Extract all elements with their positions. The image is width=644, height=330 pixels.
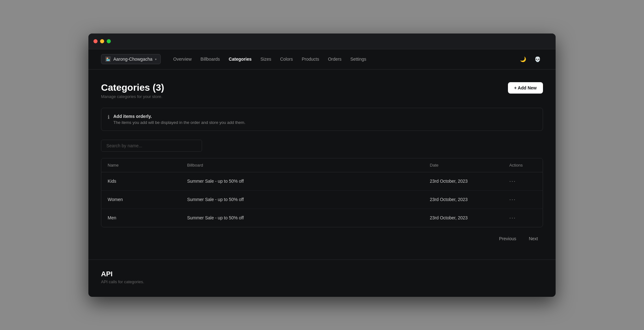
table-body: Kids Summer Sale - up to 50% off 23rd Oc… — [101, 172, 543, 227]
nav-link-overview[interactable]: Overview — [170, 55, 195, 64]
cell-actions: ··· — [503, 172, 543, 190]
cell-billboard: Summer Sale - up to 50% off — [181, 209, 424, 227]
user-menu-button[interactable]: 💀 — [532, 54, 543, 64]
page-title-group: Categories (3) Manage categories for you… — [101, 82, 164, 99]
pagination: Previous Next — [101, 234, 543, 247]
nav-links: OverviewBillboardsCategoriesSizesColorsP… — [170, 55, 515, 64]
close-button[interactable] — [93, 39, 98, 43]
info-banner: ℹ Add items orderly. The items you add w… — [101, 108, 543, 131]
page-header: Categories (3) Manage categories for you… — [101, 82, 543, 99]
nav-link-settings[interactable]: Settings — [347, 55, 370, 64]
info-icon: ℹ — [108, 114, 110, 120]
maximize-button[interactable] — [107, 39, 111, 43]
search-input[interactable] — [101, 140, 202, 152]
navbar: 🏪 Aarong-Chowgacha ▾ OverviewBillboardsC… — [88, 49, 556, 70]
store-selector[interactable]: 🏪 Aarong-Chowgacha ▾ — [101, 54, 161, 64]
cell-actions: ··· — [503, 190, 543, 209]
minimize-button[interactable] — [100, 39, 104, 43]
table-container: Name Billboard Date Actions Kids Summer … — [101, 158, 543, 227]
search-container — [101, 140, 543, 152]
table-header: Name Billboard Date Actions — [101, 158, 543, 172]
cell-name: Men — [101, 209, 181, 227]
cell-date: 23rd October, 2023 — [424, 190, 503, 209]
titlebar — [88, 34, 556, 49]
actions-menu-button[interactable]: ··· — [509, 215, 516, 221]
actions-menu-button[interactable]: ··· — [509, 196, 516, 203]
add-new-button[interactable]: + Add New — [508, 82, 543, 94]
page-title: Categories (3) — [101, 82, 164, 93]
nav-link-products[interactable]: Products — [298, 55, 323, 64]
chevron-down-icon: ▾ — [155, 58, 157, 61]
nav-link-orders[interactable]: Orders — [324, 55, 345, 64]
col-header-name: Name — [101, 158, 181, 172]
api-subtitle: API calls for categories. — [101, 279, 543, 284]
main-content: Categories (3) Manage categories for you… — [88, 70, 556, 260]
cell-date: 23rd October, 2023 — [424, 172, 503, 190]
nav-link-colors[interactable]: Colors — [276, 55, 296, 64]
table-header-row: Name Billboard Date Actions — [101, 158, 543, 172]
info-banner-title: Add items orderly. — [113, 114, 245, 119]
page-subtitle: Manage categories for your store. — [101, 94, 164, 99]
col-header-billboard: Billboard — [181, 158, 424, 172]
traffic-lights — [93, 39, 111, 43]
cell-date: 23rd October, 2023 — [424, 209, 503, 227]
actions-menu-button[interactable]: ··· — [509, 178, 516, 184]
theme-toggle-button[interactable]: 🌙 — [518, 54, 528, 64]
cell-billboard: Summer Sale - up to 50% off — [181, 172, 424, 190]
cell-actions: ··· — [503, 209, 543, 227]
table-row: Kids Summer Sale - up to 50% off 23rd Oc… — [101, 172, 543, 190]
categories-table: Name Billboard Date Actions Kids Summer … — [101, 158, 543, 227]
cell-billboard: Summer Sale - up to 50% off — [181, 190, 424, 209]
nav-link-sizes[interactable]: Sizes — [257, 55, 275, 64]
store-name: Aarong-Chowgacha — [113, 57, 152, 62]
info-banner-body: The items you add will be displayed in t… — [113, 120, 245, 125]
table-row: Men Summer Sale - up to 50% off 23rd Oct… — [101, 209, 543, 227]
api-title: API — [101, 270, 543, 278]
cell-name: Kids — [101, 172, 181, 190]
table-row: Women Summer Sale - up to 50% off 23rd O… — [101, 190, 543, 209]
store-icon: 🏪 — [105, 56, 111, 62]
nav-link-billboards[interactable]: Billboards — [197, 55, 224, 64]
col-header-actions: Actions — [503, 158, 543, 172]
next-button[interactable]: Next — [524, 234, 543, 244]
nav-link-categories[interactable]: Categories — [225, 55, 255, 64]
nav-right: 🌙 💀 — [518, 54, 543, 64]
info-text: Add items orderly. The items you add wil… — [113, 114, 245, 125]
col-header-date: Date — [424, 158, 503, 172]
app-window: 🏪 Aarong-Chowgacha ▾ OverviewBillboardsC… — [88, 34, 556, 297]
previous-button[interactable]: Previous — [494, 234, 521, 244]
cell-name: Women — [101, 190, 181, 209]
api-section: API API calls for categories. — [88, 260, 556, 297]
